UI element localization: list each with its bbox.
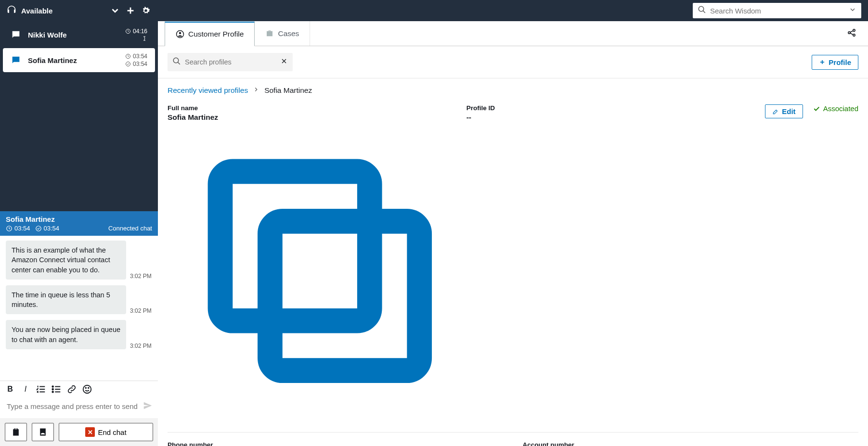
- add-icon[interactable]: [125, 5, 136, 16]
- chat-message: You are now being placed in queue to cha…: [6, 320, 126, 349]
- svg-point-5: [52, 386, 53, 387]
- close-icon[interactable]: [280, 57, 288, 67]
- message-input[interactable]: [5, 399, 143, 413]
- chat-time: 3:02 PM: [130, 307, 152, 314]
- full-name-label: Full name: [168, 104, 466, 112]
- svg-point-6: [52, 389, 53, 390]
- svg-point-7: [52, 391, 53, 393]
- svg-point-17: [173, 58, 179, 63]
- associated-status: Associated: [813, 104, 858, 113]
- field-label: Phone number: [168, 441, 504, 446]
- end-chat-button[interactable]: ✕ End chat: [59, 423, 153, 441]
- contact-name: Nikki Wolfe: [28, 31, 125, 39]
- search-icon: [172, 57, 181, 67]
- send-button[interactable]: [143, 400, 153, 413]
- contact-item-active[interactable]: Sofia Martinez 03:54 03:54: [3, 48, 155, 72]
- search-profiles[interactable]: [168, 53, 293, 71]
- svg-point-9: [85, 387, 86, 388]
- svg-point-10: [88, 387, 89, 388]
- emoji-button[interactable]: [82, 384, 92, 395]
- chat-time: 3:02 PM: [130, 343, 152, 349]
- chat-time: 3:02 PM: [130, 273, 152, 280]
- svg-rect-18: [270, 221, 419, 370]
- session-bar: Sofia Martinez 03:54 03:54 Connected cha…: [0, 211, 158, 236]
- bold-button[interactable]: B: [5, 384, 15, 395]
- add-profile-button[interactable]: Profile: [812, 55, 858, 70]
- breadcrumb: Recently viewed profiles Sofia Martinez: [168, 86, 858, 95]
- sidebar: Available Nikki Wolfe 04:16: [0, 0, 158, 446]
- chevron-right-icon: [253, 86, 259, 95]
- search-wisdom[interactable]: [693, 3, 861, 18]
- contact-name: Sofia Martinez: [28, 56, 125, 64]
- status-dropdown[interactable]: [110, 5, 120, 16]
- tab-customer-profile[interactable]: Customer Profile: [165, 22, 255, 46]
- session-name: Sofia Martinez: [6, 215, 152, 223]
- headset-icon: [7, 5, 16, 16]
- search-icon: [698, 5, 706, 16]
- search-wisdom-input[interactable]: [706, 7, 849, 15]
- session-status: Connected chat: [108, 225, 152, 232]
- briefcase-icon: [265, 29, 274, 38]
- status-text: Available: [21, 7, 52, 15]
- svg-rect-19: [220, 171, 369, 320]
- chat-icon: [11, 29, 21, 40]
- gear-icon[interactable]: [141, 5, 151, 16]
- profile-id-label: Profile ID: [466, 104, 765, 112]
- chat-message: The time in queue is less than 5 minutes…: [6, 285, 126, 315]
- clipboard-button[interactable]: [5, 423, 27, 441]
- end-chat-icon: ✕: [85, 427, 95, 437]
- composer: B I: [0, 381, 158, 446]
- search-profiles-input[interactable]: [181, 58, 280, 66]
- bullet-list-button[interactable]: [51, 384, 62, 395]
- svg-point-4: [36, 226, 41, 231]
- link-button[interactable]: [66, 384, 77, 395]
- full-name-value: Sofia Martinez: [168, 113, 218, 121]
- status-bar: Available: [0, 0, 158, 21]
- svg-point-13: [179, 32, 181, 35]
- copy-icon[interactable]: [170, 414, 469, 422]
- share-button[interactable]: [842, 28, 861, 39]
- field-label: Account number: [523, 441, 859, 446]
- profile-id-value: --: [466, 113, 765, 122]
- edit-button[interactable]: Edit: [765, 104, 803, 118]
- profile-toolbar: Profile: [158, 46, 868, 78]
- contact-list: Nikki Wolfe 04:16 Sofia Martinez 03:54 0…: [0, 21, 158, 74]
- italic-button[interactable]: I: [20, 384, 31, 395]
- chevron-down-icon[interactable]: [849, 6, 856, 15]
- contact-button[interactable]: [32, 423, 54, 441]
- topbar: [158, 0, 868, 21]
- svg-point-2: [126, 62, 130, 66]
- user-icon: [176, 30, 184, 38]
- breadcrumb-link[interactable]: Recently viewed profiles: [168, 86, 248, 95]
- tab-cases[interactable]: Cases: [255, 21, 310, 46]
- main-tabs: Customer Profile Cases: [158, 21, 868, 46]
- svg-point-8: [83, 385, 91, 394]
- contact-item[interactable]: Nikki Wolfe 04:16: [3, 23, 155, 46]
- numbered-list-button[interactable]: [36, 384, 46, 395]
- svg-point-11: [699, 6, 704, 12]
- chat-icon: [11, 55, 21, 65]
- chat-message: This is an example of what the Amazon Co…: [6, 241, 126, 280]
- breadcrumb-current: Sofia Martinez: [264, 86, 312, 95]
- main: Customer Profile Cases Profile: [158, 0, 868, 446]
- chat-area: This is an example of what the Amazon Co…: [0, 236, 158, 381]
